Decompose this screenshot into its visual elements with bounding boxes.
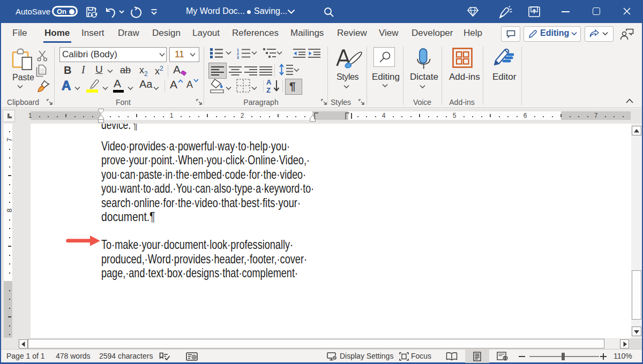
svg-text:A: A [266,78,272,86]
svg-text:Z: Z [266,86,271,93]
svg-text:2: 2 [237,52,239,56]
svg-text:1: 1 [237,48,239,52]
svg-text:3: 3 [237,56,239,59]
